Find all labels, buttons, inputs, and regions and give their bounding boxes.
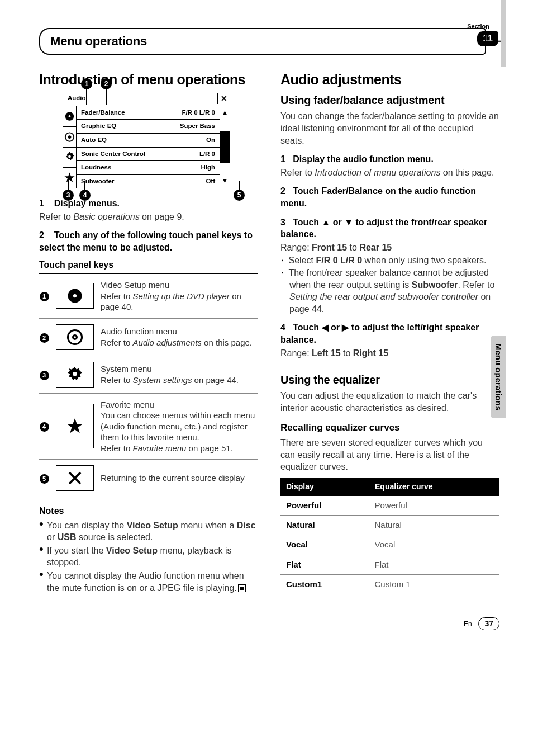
menu-row[interactable]: Sonic Center ControlL/R 0 <box>77 148 220 162</box>
recalling-intro: There are seven stored equalizer curves … <box>280 437 499 473</box>
tpk-desc: System menuRefer to System settings on p… <box>101 363 258 385</box>
row-number-badge: 5 <box>40 474 49 484</box>
note-item: You can display the Video Setup menu whe… <box>39 519 258 544</box>
disc-icon[interactable] <box>56 283 94 309</box>
notes-heading: Notes <box>39 505 258 517</box>
callout-1: 1 <box>81 78 92 89</box>
step-1-refer: Refer to Basic operations on page 9. <box>39 211 258 223</box>
tpk-row: 3 System menuRefer to System settings on… <box>39 356 258 394</box>
equalizer-heading: Using the equalizer <box>280 372 499 388</box>
notes-list: You can display the Video Setup menu whe… <box>39 519 258 594</box>
page-header-title: Menu operations <box>39 28 486 55</box>
scrollbar-track[interactable] <box>220 120 230 174</box>
menu-row[interactable]: Auto EQOn <box>77 134 220 148</box>
fader-balance-heading: Using fader/balance adjustment <box>280 93 499 108</box>
side-tab: Menu operations <box>491 336 506 418</box>
svg-point-4 <box>68 155 71 158</box>
menu-row[interactable]: Graphic EQSuper Bass <box>77 120 220 134</box>
fader-intro: You can change the fader/balance setting… <box>280 110 499 147</box>
tpk-desc: Favorite menuYou can choose menus within… <box>101 399 258 454</box>
star-icon[interactable] <box>56 404 94 448</box>
tpk-desc: Video Setup menuRefer to Setting up the … <box>101 280 258 313</box>
note-item: If you start the Video Setup menu, playb… <box>39 545 258 569</box>
recalling-heading: Recalling equalizer curves <box>280 422 499 434</box>
scroll-up-icon[interactable]: ▲ <box>220 106 230 120</box>
svg-point-10 <box>73 372 77 376</box>
tpk-desc: Returning to the current source display <box>101 472 258 484</box>
gear-icon[interactable] <box>56 362 94 388</box>
intro-heading: Introduction of menu operations <box>39 72 258 88</box>
table-row: PowerfulPowerful <box>280 496 499 516</box>
step-a4: 4 Touch ◀ or ▶ to adjust the left/right … <box>280 322 499 346</box>
eq-header-curve: Equalizer curve <box>369 478 499 496</box>
callout-5: 5 <box>234 190 245 201</box>
step-a1-refer: Refer to Introduction of menu operations… <box>280 167 499 179</box>
gear-icon[interactable] <box>63 148 76 168</box>
table-row: Custom1Custom 1 <box>280 574 499 594</box>
touch-panel-keys-title: Touch panel keys <box>39 259 258 271</box>
table-row: NaturalNatural <box>280 516 499 535</box>
close-icon[interactable] <box>56 465 94 491</box>
step-a3: 3 Touch ▲ or ▼ to adjust the front/rear … <box>280 216 499 240</box>
equalizer-table: Display Equalizer curve PowerfulPowerful… <box>280 478 499 594</box>
tpk-row: 1 Video Setup menuRefer to Setting up th… <box>39 274 258 319</box>
note-item: You cannot display the Audio function me… <box>39 570 258 594</box>
close-icon[interactable]: ✕ <box>217 93 230 104</box>
row-number-badge: 1 <box>40 292 49 301</box>
callout-2: 2 <box>101 78 112 89</box>
menu-screenshot: 1 2 3 4 5 Audio ✕ Fader/B <box>56 91 240 188</box>
step-a1: 1 Display the audio function menu. <box>280 153 499 166</box>
disc-ring-icon[interactable] <box>56 324 94 350</box>
tpk-row: 2 Audio function menuRefer to Audio adju… <box>39 319 258 356</box>
svg-point-6 <box>73 294 77 297</box>
eq-header-display: Display <box>280 478 369 496</box>
left-column: Introduction of menu operations 1 2 3 4 … <box>39 72 258 595</box>
callout-4: 4 <box>79 190 91 201</box>
step-a3-range: Range: Front 15 to Rear 15 <box>280 242 499 254</box>
row-number-badge: 3 <box>40 371 49 380</box>
callout-3: 3 <box>63 190 74 201</box>
tpk-desc: Audio function menuRefer to Audio adjust… <box>101 326 258 348</box>
bullet-item: Select F/R 0 L/R 0 when only using two s… <box>282 254 499 267</box>
star-icon[interactable] <box>63 168 76 188</box>
end-section-icon <box>238 584 246 592</box>
svg-point-9 <box>74 336 76 338</box>
step-a4-range: Range: Left 15 to Right 15 <box>280 347 499 360</box>
disc-icon[interactable] <box>63 106 76 127</box>
table-row: FlatFlat <box>280 555 499 574</box>
equalizer-intro: You can adjust the equalization to match… <box>280 390 499 414</box>
table-row: VocalVocal <box>280 535 499 555</box>
scroll-down-icon[interactable]: ▼ <box>220 174 230 188</box>
tpk-row: 4 Favorite menuYou can choose menus with… <box>39 394 258 460</box>
disc-ring-icon[interactable] <box>63 127 76 148</box>
touch-panel-keys-table: 1 Video Setup menuRefer to Setting up th… <box>39 273 258 497</box>
step-a3-bullets: Select F/R 0 L/R 0 when only using two s… <box>280 254 499 315</box>
page-number: 37 <box>478 617 499 630</box>
svg-point-1 <box>69 115 71 117</box>
row-number-badge: 2 <box>40 333 49 343</box>
row-number-badge: 4 <box>40 422 49 432</box>
right-column: Audio adjustments Using fader/balance ad… <box>280 72 499 595</box>
step-a2: 2 Touch Fader/Balance on the audio funct… <box>280 185 499 209</box>
menu-row[interactable]: Fader/BalanceF/R 0 L/R 0 <box>77 106 220 120</box>
page-footer: En 37 <box>39 617 499 630</box>
bullet-item: The front/rear speaker balance cannot be… <box>282 267 499 315</box>
menu-row[interactable]: SubwooferOff <box>77 175 220 188</box>
menu-row[interactable]: LoudnessHigh <box>77 161 220 175</box>
audio-adjustments-heading: Audio adjustments <box>280 72 499 88</box>
side-stripe <box>501 0 506 67</box>
svg-point-3 <box>68 135 72 139</box>
step-2: 2 Touch any of the following touch panel… <box>39 229 258 253</box>
tpk-row: 5 Returning to the current source displa… <box>39 460 258 497</box>
